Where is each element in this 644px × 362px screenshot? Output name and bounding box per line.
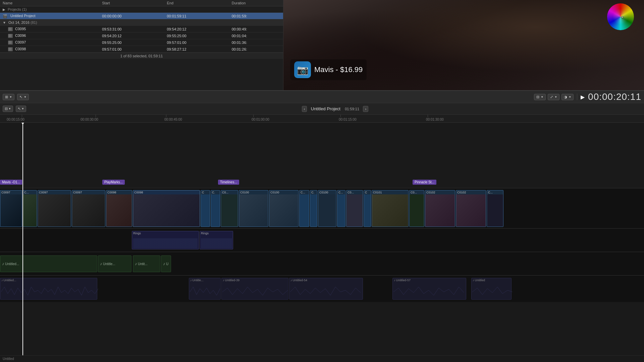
controls-sep bbox=[577, 94, 577, 100]
audio-note-icon-5: ♪ bbox=[394, 279, 395, 282]
video-clip-c0-3[interactable]: C0... bbox=[409, 190, 424, 227]
clip-thumbnail bbox=[300, 194, 309, 227]
clip-thumbnail bbox=[372, 194, 408, 227]
audio-bottom-label: ♪ Untitled... bbox=[0, 278, 97, 282]
preview-panel: 📷 Mavis - $16.99 bbox=[283, 0, 644, 90]
video-clips-row: C0097 C... C0097 C0097 bbox=[0, 188, 644, 228]
video-clip-c0097-2[interactable]: C0097 bbox=[38, 190, 71, 227]
clip-label: C0098 bbox=[106, 190, 132, 194]
timeline-title: Untitled Project bbox=[311, 106, 340, 111]
audio-bottom-clip-2[interactable]: ♪ Untitle... bbox=[189, 278, 221, 300]
view-chevron: ▼ bbox=[9, 96, 12, 99]
video-clip-c0097-1[interactable]: C0097 bbox=[0, 190, 22, 227]
clip-label: C0... bbox=[410, 190, 424, 194]
clip-row-c0096[interactable]: C0096 09:54:20:12 09:55:25:00 00:01:04: bbox=[0, 33, 283, 39]
video-clip-c-2[interactable]: C. bbox=[211, 190, 220, 227]
video-clip-c-3[interactable]: C... bbox=[299, 190, 309, 227]
clip-label: C0097 bbox=[72, 190, 105, 194]
audio-note-icon: ♪ bbox=[1, 279, 3, 282]
video-clip-c0098-1[interactable]: C0098 bbox=[106, 190, 132, 227]
video-clip-c0100-3[interactable]: C0100 bbox=[318, 190, 336, 227]
view-toggle-btn[interactable]: ⊟ ▼ bbox=[3, 106, 13, 112]
subtitle-clip-3[interactable]: ♪ Untit... bbox=[133, 255, 160, 272]
clip-label: C. bbox=[211, 190, 220, 194]
clip-name-c0095: C0095 bbox=[15, 27, 26, 31]
video-clip-c-small[interactable]: C... bbox=[23, 190, 37, 227]
play-button[interactable]: ▶ bbox=[581, 94, 585, 100]
subtitle-clip-4[interactable]: ♪ U bbox=[161, 255, 171, 272]
video-clip-c-1[interactable]: C bbox=[201, 190, 210, 227]
color-wheel-overlay bbox=[607, 3, 641, 37]
app-icon: 📷 bbox=[294, 61, 311, 78]
clip-icon-c0096 bbox=[8, 34, 13, 38]
tool-toggle-btn[interactable]: ↖ ▼ bbox=[16, 106, 26, 112]
clip-label: C0100 bbox=[239, 190, 268, 194]
ruler-label-1: 00:00:30:00 bbox=[80, 118, 98, 121]
video-clip-c0098-2[interactable]: C0098 bbox=[133, 190, 200, 227]
playhead[interactable] bbox=[22, 123, 23, 355]
video-clip-c0101[interactable]: C0101 bbox=[372, 190, 409, 227]
video-clip-c-6[interactable]: C bbox=[364, 190, 371, 227]
project-row[interactable]: 🎬 Untitled Project 00:00:00:00 00:01:59:… bbox=[0, 13, 283, 19]
video-clip-c0-1[interactable]: C0... bbox=[221, 190, 238, 227]
clip-thumbnail bbox=[221, 194, 238, 227]
timeline-forward-btn[interactable]: › bbox=[363, 106, 368, 112]
subtitle-clip-2[interactable]: ♪ Untitle... bbox=[98, 255, 131, 272]
clip-thumbnail bbox=[133, 194, 200, 227]
audio-note-icon-3: ♪ bbox=[223, 279, 224, 282]
clip-label: C0... bbox=[221, 190, 238, 194]
clip-label: C... bbox=[23, 190, 37, 194]
subtitle-label: ♪ Untit... bbox=[135, 261, 148, 266]
audio-clip-rings-2[interactable]: Rings bbox=[200, 231, 233, 249]
projects-header-row[interactable]: ▶ Projects (1) bbox=[0, 6, 283, 13]
app-overlay-text: Mavis - $16.99 bbox=[314, 65, 363, 74]
audio-bottom-clip-untitled39[interactable]: ♪ Untitled-39 bbox=[221, 278, 288, 300]
video-clip-c0102-1[interactable]: C0102 bbox=[425, 190, 455, 227]
clip-thumbnail bbox=[337, 194, 345, 227]
video-clip-c0-2[interactable]: C0... bbox=[346, 190, 363, 227]
tool-select-btn[interactable]: ↖ ▼ bbox=[17, 94, 29, 100]
video-clip-c0102-2[interactable]: C0102 bbox=[456, 190, 486, 227]
video-clip-c-last[interactable]: C... bbox=[487, 190, 503, 227]
audio-note-icon-2: ♪ bbox=[190, 279, 192, 282]
audio-note-icon-4: ♪ bbox=[290, 279, 292, 282]
video-clip-c-5[interactable]: C... bbox=[337, 190, 345, 227]
preview-video: 📷 Mavis - $16.99 bbox=[283, 0, 644, 90]
video-clip-c0097-3[interactable]: C0097 bbox=[72, 190, 105, 227]
clip-name-c0096: C0096 bbox=[15, 34, 26, 38]
tool-chevron: ▼ bbox=[24, 96, 26, 99]
audio-bottom-clip-untitled57[interactable]: ♪ Untitled-57 bbox=[392, 278, 466, 300]
video-clip-c0100-2[interactable]: C0100 bbox=[269, 190, 299, 227]
audio-bottom-clip-untitled54[interactable]: ♪ Untitled-54 bbox=[289, 278, 363, 300]
project-icon: 🎬 bbox=[3, 14, 8, 18]
clip-row-c0095[interactable]: C0095 09:53:31:00 09:54:20:12 00:00:49: bbox=[0, 26, 283, 33]
waveform-btn[interactable]: ⊟ ▼ bbox=[534, 94, 546, 100]
clip-row-c0097[interactable]: C0097 09:55:25:00 09:57:01:00 00:01:36: bbox=[0, 39, 283, 46]
clip-thumbnail bbox=[269, 194, 298, 227]
col-name: Name bbox=[0, 0, 99, 6]
group-header-row[interactable]: ▼ Oct 14, 2016 (81) bbox=[0, 19, 283, 26]
clip-row-c0098[interactable]: C0098 09:57:01:00 09:58:27:12 00:01:26: bbox=[0, 46, 283, 53]
app-overlay: 📷 Mavis - $16.99 bbox=[290, 59, 367, 80]
timeline-back-btn[interactable]: ‹ bbox=[302, 106, 307, 112]
view-icon: ⊞ bbox=[5, 95, 8, 99]
audio-clip-rings-1[interactable]: Rings bbox=[132, 231, 199, 249]
top-section: Name Start End Duration ▶ Projects (1) bbox=[0, 0, 644, 90]
waveform-chevron: ▼ bbox=[541, 96, 543, 99]
timeline-area: Mavis -O1... PlayMarks... Timelines... P… bbox=[0, 123, 644, 355]
video-clip-c0100-1[interactable]: C0100 bbox=[239, 190, 268, 227]
clip-label: C... bbox=[337, 190, 345, 194]
clip-thumbnail bbox=[410, 194, 424, 227]
scope-btn[interactable]: ◑ ▼ bbox=[561, 94, 574, 100]
ruler-label-4: 00:01:15:00 bbox=[339, 118, 357, 121]
subtitle-clip-1[interactable]: ♪ Untitled... bbox=[0, 255, 97, 272]
project-duration: 00:01:59: bbox=[229, 13, 283, 19]
view-options-btn[interactable]: ⊞ ▼ bbox=[3, 94, 14, 100]
project-name: Untitled Project bbox=[10, 14, 36, 18]
clip-duration-c0096: 00:01:04: bbox=[229, 33, 283, 39]
clip-start-c0095: 09:53:31:00 bbox=[99, 26, 164, 33]
video-clip-c-4[interactable]: C. bbox=[310, 190, 317, 227]
audio-bottom-clip-untitled[interactable]: ♪ Untitled bbox=[471, 278, 512, 300]
transform-btn[interactable]: ⤢ ▼ bbox=[548, 94, 559, 100]
audio-bottom-clip-1[interactable]: ♪ Untitled... bbox=[0, 278, 97, 300]
